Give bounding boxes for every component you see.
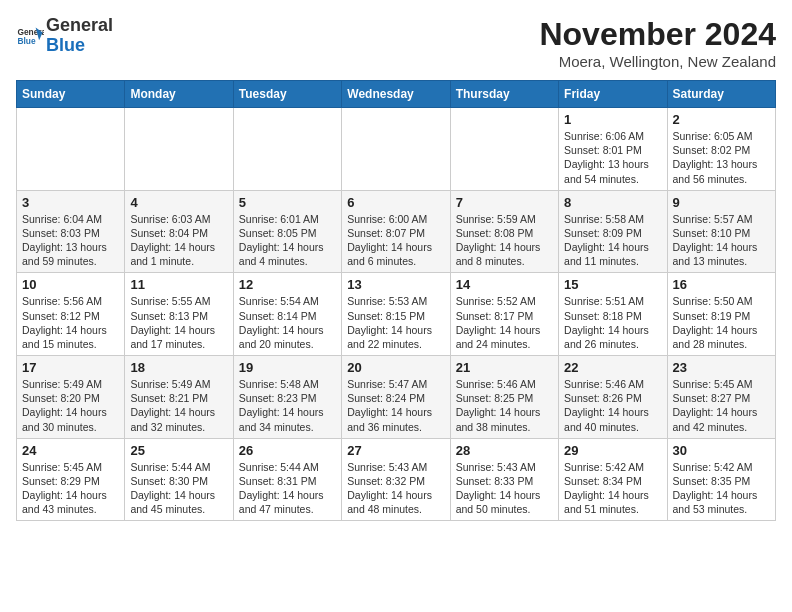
day-info: Sunrise: 6:01 AMSunset: 8:05 PMDaylight:… [239,212,336,269]
week-row-2: 3Sunrise: 6:04 AMSunset: 8:03 PMDaylight… [17,190,776,273]
day-info: Sunrise: 6:03 AMSunset: 8:04 PMDaylight:… [130,212,227,269]
day-number: 13 [347,277,444,292]
day-info: Sunrise: 5:42 AMSunset: 8:35 PMDaylight:… [673,460,770,517]
location-subtitle: Moera, Wellington, New Zealand [539,53,776,70]
calendar-cell [342,108,450,191]
calendar-cell: 5Sunrise: 6:01 AMSunset: 8:05 PMDaylight… [233,190,341,273]
calendar-cell: 11Sunrise: 5:55 AMSunset: 8:13 PMDayligh… [125,273,233,356]
calendar-table: SundayMondayTuesdayWednesdayThursdayFrid… [16,80,776,521]
calendar-cell: 14Sunrise: 5:52 AMSunset: 8:17 PMDayligh… [450,273,558,356]
weekday-header-sunday: Sunday [17,81,125,108]
day-info: Sunrise: 5:55 AMSunset: 8:13 PMDaylight:… [130,294,227,351]
day-info: Sunrise: 5:59 AMSunset: 8:08 PMDaylight:… [456,212,553,269]
calendar-cell: 7Sunrise: 5:59 AMSunset: 8:08 PMDaylight… [450,190,558,273]
day-number: 4 [130,195,227,210]
day-info: Sunrise: 5:56 AMSunset: 8:12 PMDaylight:… [22,294,119,351]
calendar-cell [17,108,125,191]
day-number: 29 [564,443,661,458]
week-row-3: 10Sunrise: 5:56 AMSunset: 8:12 PMDayligh… [17,273,776,356]
day-info: Sunrise: 5:46 AMSunset: 8:26 PMDaylight:… [564,377,661,434]
calendar-cell: 9Sunrise: 5:57 AMSunset: 8:10 PMDaylight… [667,190,775,273]
day-info: Sunrise: 5:46 AMSunset: 8:25 PMDaylight:… [456,377,553,434]
day-number: 19 [239,360,336,375]
day-info: Sunrise: 5:51 AMSunset: 8:18 PMDaylight:… [564,294,661,351]
header: General Blue General Blue November 2024 … [16,16,776,70]
calendar-cell: 12Sunrise: 5:54 AMSunset: 8:14 PMDayligh… [233,273,341,356]
calendar-cell [125,108,233,191]
calendar-cell: 21Sunrise: 5:46 AMSunset: 8:25 PMDayligh… [450,356,558,439]
calendar-cell: 6Sunrise: 6:00 AMSunset: 8:07 PMDaylight… [342,190,450,273]
calendar-cell: 22Sunrise: 5:46 AMSunset: 8:26 PMDayligh… [559,356,667,439]
day-number: 7 [456,195,553,210]
day-number: 3 [22,195,119,210]
calendar-cell: 3Sunrise: 6:04 AMSunset: 8:03 PMDaylight… [17,190,125,273]
day-info: Sunrise: 5:57 AMSunset: 8:10 PMDaylight:… [673,212,770,269]
day-info: Sunrise: 5:44 AMSunset: 8:31 PMDaylight:… [239,460,336,517]
calendar-cell: 25Sunrise: 5:44 AMSunset: 8:30 PMDayligh… [125,438,233,521]
title-area: November 2024 Moera, Wellington, New Zea… [539,16,776,70]
day-info: Sunrise: 6:05 AMSunset: 8:02 PMDaylight:… [673,129,770,186]
day-number: 17 [22,360,119,375]
weekday-header-tuesday: Tuesday [233,81,341,108]
svg-text:Blue: Blue [17,36,35,46]
day-number: 9 [673,195,770,210]
day-number: 5 [239,195,336,210]
day-info: Sunrise: 5:50 AMSunset: 8:19 PMDaylight:… [673,294,770,351]
calendar-cell: 27Sunrise: 5:43 AMSunset: 8:32 PMDayligh… [342,438,450,521]
day-info: Sunrise: 5:52 AMSunset: 8:17 PMDaylight:… [456,294,553,351]
calendar-cell: 1Sunrise: 6:06 AMSunset: 8:01 PMDaylight… [559,108,667,191]
day-info: Sunrise: 6:00 AMSunset: 8:07 PMDaylight:… [347,212,444,269]
day-info: Sunrise: 5:48 AMSunset: 8:23 PMDaylight:… [239,377,336,434]
day-number: 10 [22,277,119,292]
day-number: 15 [564,277,661,292]
day-info: Sunrise: 5:54 AMSunset: 8:14 PMDaylight:… [239,294,336,351]
day-info: Sunrise: 5:58 AMSunset: 8:09 PMDaylight:… [564,212,661,269]
day-info: Sunrise: 5:43 AMSunset: 8:33 PMDaylight:… [456,460,553,517]
calendar-cell: 13Sunrise: 5:53 AMSunset: 8:15 PMDayligh… [342,273,450,356]
day-number: 28 [456,443,553,458]
day-number: 23 [673,360,770,375]
weekday-header-wednesday: Wednesday [342,81,450,108]
day-number: 22 [564,360,661,375]
day-number: 2 [673,112,770,127]
day-number: 12 [239,277,336,292]
calendar-cell: 26Sunrise: 5:44 AMSunset: 8:31 PMDayligh… [233,438,341,521]
calendar-cell: 16Sunrise: 5:50 AMSunset: 8:19 PMDayligh… [667,273,775,356]
calendar-cell: 23Sunrise: 5:45 AMSunset: 8:27 PMDayligh… [667,356,775,439]
day-info: Sunrise: 6:06 AMSunset: 8:01 PMDaylight:… [564,129,661,186]
calendar-cell: 15Sunrise: 5:51 AMSunset: 8:18 PMDayligh… [559,273,667,356]
calendar-cell: 2Sunrise: 6:05 AMSunset: 8:02 PMDaylight… [667,108,775,191]
day-number: 16 [673,277,770,292]
day-info: Sunrise: 5:42 AMSunset: 8:34 PMDaylight:… [564,460,661,517]
calendar-cell: 30Sunrise: 5:42 AMSunset: 8:35 PMDayligh… [667,438,775,521]
calendar-cell: 19Sunrise: 5:48 AMSunset: 8:23 PMDayligh… [233,356,341,439]
calendar-cell: 28Sunrise: 5:43 AMSunset: 8:33 PMDayligh… [450,438,558,521]
week-row-4: 17Sunrise: 5:49 AMSunset: 8:20 PMDayligh… [17,356,776,439]
day-number: 11 [130,277,227,292]
month-title: November 2024 [539,16,776,53]
day-number: 14 [456,277,553,292]
day-number: 20 [347,360,444,375]
day-info: Sunrise: 6:04 AMSunset: 8:03 PMDaylight:… [22,212,119,269]
calendar-cell: 17Sunrise: 5:49 AMSunset: 8:20 PMDayligh… [17,356,125,439]
day-number: 6 [347,195,444,210]
weekday-header-monday: Monday [125,81,233,108]
day-number: 8 [564,195,661,210]
calendar-cell: 8Sunrise: 5:58 AMSunset: 8:09 PMDaylight… [559,190,667,273]
weekday-header-thursday: Thursday [450,81,558,108]
day-number: 24 [22,443,119,458]
day-number: 21 [456,360,553,375]
day-info: Sunrise: 5:47 AMSunset: 8:24 PMDaylight:… [347,377,444,434]
day-number: 26 [239,443,336,458]
week-row-1: 1Sunrise: 6:06 AMSunset: 8:01 PMDaylight… [17,108,776,191]
day-info: Sunrise: 5:49 AMSunset: 8:21 PMDaylight:… [130,377,227,434]
day-number: 27 [347,443,444,458]
day-info: Sunrise: 5:49 AMSunset: 8:20 PMDaylight:… [22,377,119,434]
day-info: Sunrise: 5:43 AMSunset: 8:32 PMDaylight:… [347,460,444,517]
day-info: Sunrise: 5:53 AMSunset: 8:15 PMDaylight:… [347,294,444,351]
day-info: Sunrise: 5:45 AMSunset: 8:27 PMDaylight:… [673,377,770,434]
weekday-header-friday: Friday [559,81,667,108]
day-number: 30 [673,443,770,458]
calendar-cell [450,108,558,191]
day-info: Sunrise: 5:45 AMSunset: 8:29 PMDaylight:… [22,460,119,517]
